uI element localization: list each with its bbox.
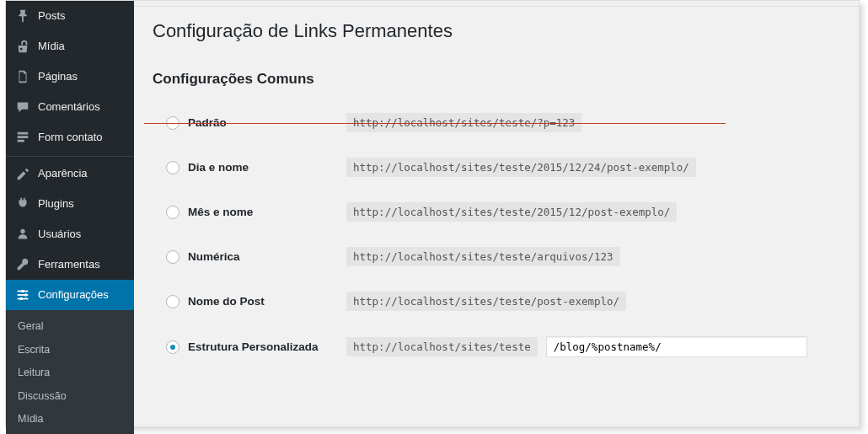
- sidebar-item-comments[interactable]: Comentários: [6, 92, 134, 122]
- section-title: Configurações Comuns: [153, 71, 840, 88]
- sidebar-item-label: Ferramentas: [38, 258, 100, 272]
- sidebar-item-label: Comentários: [38, 100, 100, 115]
- sidebar-item-label: Mídia: [38, 40, 65, 54]
- pin-icon: [14, 8, 31, 24]
- svg-rect-2: [18, 294, 25, 296]
- sidebar-item-pages[interactable]: Páginas: [6, 62, 134, 92]
- settings-submenu: Geral Escrita Leitura Discussão Mídia Li…: [6, 310, 134, 434]
- sidebar-item-label: Posts: [38, 9, 66, 24]
- option-label: Nome do Post: [188, 295, 265, 308]
- plugin-icon: [14, 196, 31, 212]
- app-frame: Posts Mídia Páginas Comentários Form con: [5, 0, 860, 427]
- permalink-option-nome-do-post[interactable]: Nome do Post http://localhost/sites/test…: [153, 285, 840, 318]
- radio-nome-do-post[interactable]: [166, 295, 179, 308]
- option-label: Numérica: [188, 250, 240, 263]
- svg-point-7: [24, 293, 28, 297]
- settings-icon: [14, 287, 31, 303]
- sidebar-item-label: Form contato: [38, 131, 103, 145]
- sidebar-item-aparencia[interactable]: Aparência: [6, 156, 134, 189]
- admin-sidebar: Posts Mídia Páginas Comentários Form con: [6, 1, 134, 426]
- sidebar-item-label: Aparência: [38, 167, 88, 181]
- sidebar-item-form-contato[interactable]: Form contato: [6, 122, 134, 153]
- page-title: Configuração de Links Permanentes: [153, 20, 840, 42]
- tools-icon: [14, 256, 31, 273]
- sidebar-item-label: Páginas: [38, 70, 78, 84]
- option-label: Mês e nome: [188, 206, 253, 218]
- option-example: http://localhost/sites/teste/arquivos/12…: [346, 247, 620, 266]
- comment-icon: [14, 99, 31, 115]
- option-label: Dia e nome: [188, 161, 249, 174]
- sidebar-item-label: Plugins: [38, 197, 74, 212]
- permalink-option-numerica[interactable]: Numérica http://localhost/sites/teste/ar…: [153, 240, 840, 273]
- radio-mes-e-nome[interactable]: [166, 206, 179, 219]
- appearance-icon: [14, 165, 31, 182]
- top-divider: [134, 6, 859, 7]
- submenu-item-midia[interactable]: Mídia: [6, 408, 134, 431]
- radio-dia-e-nome[interactable]: [166, 161, 179, 174]
- option-label: Estrutura Personalizada: [188, 340, 319, 353]
- svg-rect-5: [22, 298, 28, 300]
- form-icon: [14, 129, 31, 146]
- option-example: http://localhost/sites/teste/2015/12/pos…: [346, 202, 677, 222]
- submenu-item-escrita[interactable]: Escrita: [6, 339, 134, 362]
- permalink-option-dia-e-nome[interactable]: Dia e nome http://localhost/sites/teste/…: [153, 151, 840, 184]
- svg-point-6: [21, 290, 24, 293]
- submenu-item-links-permanentes[interactable]: Links Permanentes: [6, 431, 134, 435]
- sidebar-item-label: Configurações: [38, 288, 109, 303]
- svg-point-8: [19, 297, 23, 301]
- sidebar-item-configuracoes[interactable]: Configurações: [6, 280, 134, 310]
- radio-numerica[interactable]: [166, 250, 179, 264]
- page-icon: [14, 68, 31, 85]
- users-icon: [14, 226, 31, 243]
- main-content: Configuração de Links Permanentes Config…: [134, 1, 859, 426]
- submenu-item-geral[interactable]: Geral: [6, 315, 134, 339]
- permalink-option-estrutura-personalizada[interactable]: Estrutura Personalizada http://localhost…: [153, 330, 840, 364]
- strike-annotation: [144, 123, 726, 124]
- submenu-item-leitura[interactable]: Leitura: [6, 362, 134, 385]
- sidebar-item-media[interactable]: Mídia: [6, 31, 134, 62]
- submenu-item-discussao[interactable]: Discussão: [6, 385, 134, 409]
- media-icon: [14, 38, 31, 55]
- sidebar-item-usuarios[interactable]: Usuários: [6, 219, 134, 249]
- radio-estrutura-personalizada[interactable]: [166, 340, 179, 354]
- custom-structure-input[interactable]: [546, 336, 807, 357]
- sidebar-item-plugins[interactable]: Plugins: [6, 189, 134, 219]
- option-example: http://localhost/sites/teste/2015/12/24/…: [346, 158, 696, 177]
- custom-prefix: http://localhost/sites/teste: [346, 337, 538, 356]
- sidebar-item-posts[interactable]: Posts: [6, 1, 134, 31]
- sidebar-item-ferramentas[interactable]: Ferramentas: [6, 249, 134, 280]
- option-example: http://localhost/sites/teste/post-exempl…: [346, 292, 626, 311]
- permalink-option-padrao[interactable]: Padrão http://localhost/sites/teste/?p=1…: [153, 106, 840, 139]
- sidebar-item-label: Usuários: [38, 228, 81, 242]
- permalink-option-mes-e-nome[interactable]: Mês e nome http://localhost/sites/teste/…: [153, 196, 840, 228]
